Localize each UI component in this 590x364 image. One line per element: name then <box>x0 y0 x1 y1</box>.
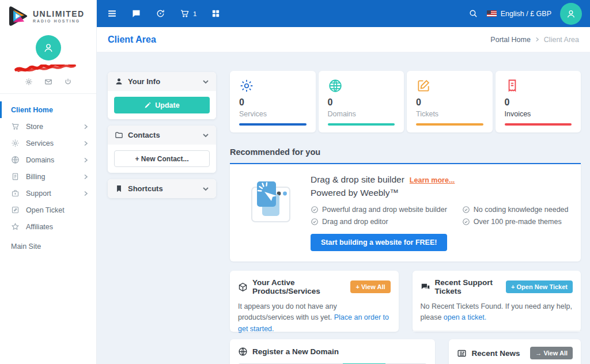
page-header: Client Area Portal Home Client Area <box>97 27 590 52</box>
products-empty-message: It appears you do not have any products/… <box>230 299 399 342</box>
feature-item: Drag and drop editor <box>311 218 447 226</box>
receipt-icon <box>505 78 520 93</box>
search-icon[interactable] <box>468 9 478 18</box>
learn-more-link[interactable]: Learn more... <box>410 176 455 184</box>
pencil-icon <box>144 102 151 109</box>
feature-text: Drag and drop editor <box>322 218 388 226</box>
edit-profile-gear-icon[interactable] <box>25 78 33 86</box>
feature-item: Over 100 pre-made themes <box>462 218 569 226</box>
open-new-ticket-button[interactable]: + Open New Ticket <box>506 280 573 293</box>
sidebar-item-affiliates[interactable]: Affiliates <box>0 218 96 235</box>
feature-text: Over 100 pre-made themes <box>474 218 562 226</box>
cart-button[interactable]: 1 <box>180 9 196 18</box>
chat-icon[interactable] <box>131 9 141 18</box>
stat-card-services[interactable]: 0 Services <box>230 71 316 132</box>
toolbox-icon <box>11 189 20 198</box>
account-menu-button[interactable] <box>560 3 582 25</box>
feature-text: Powerful drag and drop website builder <box>322 206 447 214</box>
sidebar-item-client-home[interactable]: Client Home <box>0 101 96 118</box>
update-info-button[interactable]: Update <box>114 97 210 113</box>
pencil-square-icon <box>11 206 20 214</box>
sidebar-item-store[interactable]: Store <box>0 118 96 135</box>
contacts-panel: Contacts + New Contact... <box>108 126 216 173</box>
breadcrumb-portal-home[interactable]: Portal Home <box>490 36 530 44</box>
weebly-promo-card: Drag & drop site builder Learn more... P… <box>230 163 581 261</box>
cart-icon <box>180 9 190 18</box>
recommended-heading: Recommended for you <box>230 147 581 163</box>
invoice-icon <box>11 172 20 181</box>
open-ticket-link[interactable]: open a ticket. <box>444 313 486 321</box>
email-icon[interactable] <box>44 78 52 86</box>
chevron-right-icon <box>535 37 540 42</box>
brand-name: UNLIMITED <box>33 9 85 18</box>
page-title: Client Area <box>108 35 156 45</box>
panel-title: Contacts <box>128 131 198 139</box>
stat-count: 0 <box>416 97 483 108</box>
apps-grid-icon[interactable] <box>211 9 221 18</box>
cards-row-2: Register a New Domain Register Transfer … <box>230 339 581 364</box>
client-name-redacted <box>0 65 96 74</box>
sidebar-item-label: Support <box>26 189 83 198</box>
sidebar-item-main-site[interactable]: Main Site <box>0 238 96 255</box>
gear-icon <box>239 78 254 93</box>
sidebar-item-open-ticket[interactable]: Open Ticket <box>0 202 96 218</box>
card-title: Recent News <box>471 349 525 358</box>
weebly-title: Drag & drop site builder <box>311 175 404 185</box>
site-builder-illustration <box>245 177 293 227</box>
sidebar-item-label: Store <box>26 123 83 131</box>
your-info-panel-header[interactable]: Your Info <box>108 72 216 91</box>
language-label: English / £ GBP <box>501 10 551 18</box>
client-avatar[interactable] <box>36 35 61 60</box>
logout-power-icon[interactable] <box>64 78 72 86</box>
star-icon <box>11 222 20 231</box>
brand-logo[interactable]: UNLIMITED RADIO HOSTING <box>0 0 96 31</box>
weebly-subtitle: Powered by Weebly™ <box>311 188 572 198</box>
cube-icon <box>238 282 248 292</box>
shortcuts-panel-header[interactable]: Shortcuts <box>108 179 216 198</box>
stat-count: 0 <box>239 97 307 108</box>
side-panels: Your Info Update Contacts + New Contact.… <box>108 72 216 204</box>
newspaper-icon <box>457 348 467 358</box>
view-all-news-button[interactable]: → View All <box>530 347 573 359</box>
support-tickets-card: Recent Support Tickets + Open New Ticket… <box>413 271 581 332</box>
view-all-products-button[interactable]: + View All <box>350 280 390 293</box>
recent-news-card: Recent News → View All Thank you for cho… <box>449 339 581 364</box>
stat-card-tickets[interactable]: 0 Tickets <box>407 71 493 132</box>
sidebar-item-domains[interactable]: Domains <box>0 151 96 168</box>
check-circle-icon <box>462 218 470 226</box>
folder-icon <box>115 131 123 139</box>
language-selector[interactable]: English / £ GBP <box>487 10 551 18</box>
sidebar-item-services[interactable]: Services <box>0 135 96 151</box>
stat-card-domains[interactable]: 0 Domains <box>319 71 404 132</box>
sidebar-item-billing[interactable]: Billing <box>0 168 96 185</box>
new-contact-button[interactable]: + New Contact... <box>114 150 210 167</box>
user-icon <box>42 41 55 54</box>
feature-text: No coding knowledge needed <box>474 206 569 214</box>
contacts-panel-header[interactable]: Contacts <box>108 126 216 145</box>
update-button-label: Update <box>155 101 179 109</box>
user-icon <box>565 8 577 20</box>
sidebar-item-label: Open Ticket <box>26 206 89 214</box>
sidebar-item-label: Billing <box>26 173 83 181</box>
stat-card-invoices[interactable]: 0 Invoices <box>496 71 581 132</box>
chevron-right-icon <box>83 191 89 196</box>
panel-title: Shortcuts <box>128 184 198 193</box>
register-domain-card: Register a New Domain Register Transfer <box>230 339 435 364</box>
card-title: Register a New Domain <box>252 347 427 356</box>
breadcrumb-current: Client Area <box>544 36 579 44</box>
your-info-panel: Your Info Update <box>108 72 216 119</box>
sidebar-item-support[interactable]: Support <box>0 185 96 202</box>
sidebar-item-label: Client Home <box>11 106 89 114</box>
sidebar-item-label: Main Site <box>11 242 89 251</box>
menu-icon[interactable] <box>107 9 117 18</box>
sync-icon[interactable] <box>156 9 165 18</box>
chevron-down-icon <box>202 132 209 139</box>
globe-icon <box>11 156 20 164</box>
chevron-right-icon <box>83 141 89 146</box>
bookmark-icon <box>115 184 123 193</box>
breadcrumb: Portal Home Client Area <box>490 36 579 44</box>
start-building-button[interactable]: Start building a website for FREE! <box>311 234 447 251</box>
stat-label: Services <box>239 110 307 118</box>
brand-logo-icon <box>7 5 29 27</box>
stat-bar <box>328 123 395 126</box>
